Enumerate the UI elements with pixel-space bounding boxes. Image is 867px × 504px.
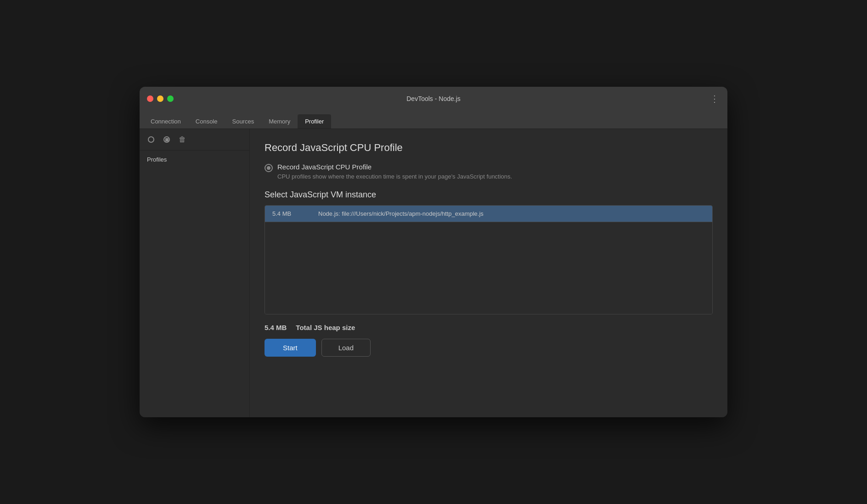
window-controls (147, 95, 174, 102)
profile-type-option: Record JavaScript CPU Profile CPU profil… (265, 163, 713, 181)
tab-profiler[interactable]: Profiler (298, 114, 331, 129)
heap-size-value: 5.4 MB (265, 324, 287, 331)
profile-radio[interactable] (265, 164, 273, 172)
close-button[interactable] (147, 95, 153, 102)
heap-size-label: Total JS heap size (296, 324, 355, 331)
vm-size: 5.4 MB (272, 210, 318, 217)
stop-icon (163, 136, 170, 143)
main-content: 🗑 Profiles Record JavaScript CPU Profile… (140, 129, 727, 417)
sidebar: 🗑 Profiles (140, 129, 250, 417)
vm-instance-table: 5.4 MB Node.js: file:///Users/nick/Proje… (265, 205, 713, 314)
radio-inner (267, 166, 270, 170)
delete-button[interactable]: 🗑 (176, 134, 188, 146)
record-button[interactable] (145, 134, 157, 146)
window-title: DevTools - Node.js (406, 95, 461, 102)
more-options-icon[interactable]: ⋮ (710, 93, 720, 104)
record-section-title: Record JavaScript CPU Profile (265, 142, 713, 154)
tab-console[interactable]: Console (188, 114, 225, 129)
vm-instance-row[interactable]: 5.4 MB Node.js: file:///Users/nick/Proje… (265, 206, 712, 222)
footer-stats: 5.4 MB Total JS heap size (265, 324, 713, 331)
tab-memory[interactable]: Memory (261, 114, 298, 129)
option-text: Record JavaScript CPU Profile CPU profil… (277, 163, 512, 181)
stop-button[interactable] (161, 134, 173, 146)
action-buttons: Start Load (265, 339, 713, 357)
sidebar-toolbar: 🗑 (140, 129, 249, 151)
tab-connection[interactable]: Connection (143, 114, 188, 129)
devtools-window: DevTools - Node.js ⋮ Connection Console … (140, 87, 727, 417)
tab-sources[interactable]: Sources (225, 114, 261, 129)
maximize-button[interactable] (167, 95, 174, 102)
title-bar: DevTools - Node.js ⋮ (140, 87, 727, 111)
option-title: Record JavaScript CPU Profile (277, 163, 512, 171)
minimize-button[interactable] (157, 95, 163, 102)
vm-path: Node.js: file:///Users/nick/Projects/apm… (318, 210, 705, 217)
load-button[interactable]: Load (321, 339, 371, 357)
profiles-label: Profiles (140, 151, 249, 167)
option-desc: CPU profiles show where the execution ti… (277, 173, 512, 181)
right-panel: Record JavaScript CPU Profile Record Jav… (250, 129, 727, 417)
record-dot-icon (148, 136, 154, 143)
trash-icon: 🗑 (179, 135, 186, 144)
vm-section-title: Select JavaScript VM instance (265, 190, 713, 200)
tab-bar: Connection Console Sources Memory Profil… (140, 111, 727, 129)
start-button[interactable]: Start (265, 339, 316, 357)
vm-empty-area (265, 222, 712, 314)
